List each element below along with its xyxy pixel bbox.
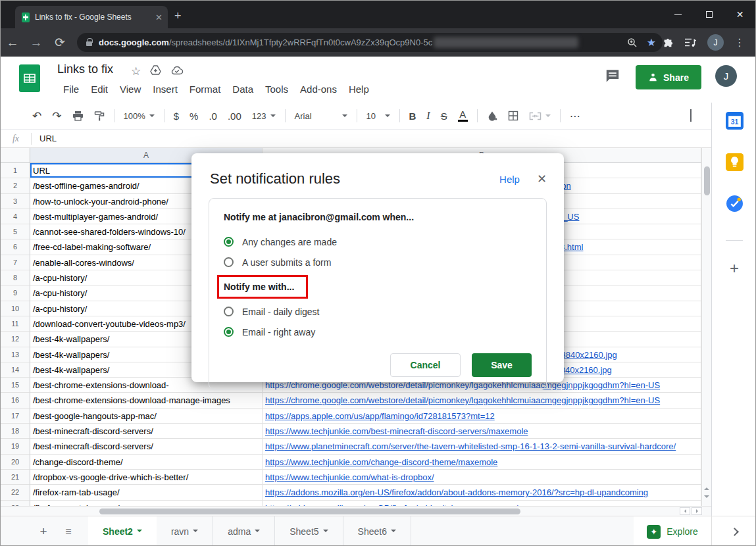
- share-button[interactable]: Share: [636, 65, 701, 89]
- cell-a[interactable]: /dropbox-vs-google-drive-which-is-better…: [30, 470, 263, 485]
- row-number[interactable]: 5: [1, 224, 30, 239]
- sheet-tab[interactable]: Sheet6: [343, 516, 411, 546]
- bookmark-star-icon[interactable]: ★: [647, 36, 656, 49]
- radio-unselected-icon[interactable]: [224, 307, 234, 316]
- horizontal-scrollbar[interactable]: [1, 506, 711, 516]
- more-formats-button[interactable]: 123: [247, 108, 281, 124]
- row-number[interactable]: 10: [1, 301, 30, 316]
- move-to-drive-icon[interactable]: [150, 65, 161, 78]
- help-link[interactable]: Help: [499, 174, 520, 185]
- font-size-select[interactable]: 10: [361, 108, 395, 124]
- cell-a[interactable]: /firefox-ram-tab-usage/: [30, 485, 263, 500]
- zoom-page-icon[interactable]: [627, 37, 638, 48]
- option-any-changes[interactable]: Any changes are made: [224, 232, 532, 252]
- maximize-button[interactable]: [693, 1, 724, 28]
- add-sheet-button[interactable]: +: [32, 516, 55, 546]
- row-number[interactable]: 7: [1, 255, 30, 270]
- row-number[interactable]: 11: [1, 316, 30, 332]
- cell-b[interactable]: https://www.techjunkie.com/change-discor…: [263, 455, 701, 470]
- font-select[interactable]: Arial: [290, 108, 353, 124]
- menu-item[interactable]: Format: [184, 84, 227, 95]
- all-sheets-button[interactable]: ≡: [57, 516, 80, 546]
- vertical-scrollbar[interactable]: [701, 148, 711, 507]
- table-row[interactable]: 21 /dropbox-vs-google-drive-which-is-bet…: [1, 470, 701, 485]
- scroll-up-icon[interactable]: [704, 485, 709, 490]
- menu-item[interactable]: Help: [343, 84, 375, 95]
- row-number[interactable]: 2: [1, 178, 30, 193]
- row-number[interactable]: 12: [1, 332, 30, 347]
- row-number[interactable]: 16: [1, 393, 30, 408]
- undo-icon[interactable]: ↶: [27, 108, 47, 124]
- menu-item[interactable]: File: [57, 84, 85, 95]
- format-currency-button[interactable]: $: [168, 108, 184, 124]
- text-color-button[interactable]: A: [453, 108, 473, 124]
- cell-a[interactable]: /change-discord-theme/: [30, 455, 263, 470]
- calendar-icon[interactable]: 31: [726, 112, 743, 130]
- row-number[interactable]: 17: [1, 409, 30, 424]
- menu-item[interactable]: Edit: [85, 84, 114, 95]
- sheets-logo-icon[interactable]: [19, 64, 40, 92]
- table-row[interactable]: 18 /best-minecraft-discord-servers/ http…: [1, 424, 701, 439]
- row-number[interactable]: 9: [1, 285, 30, 301]
- decrease-decimals-button[interactable]: .0: [203, 108, 222, 124]
- side-panel-collapse-button[interactable]: [711, 516, 756, 546]
- row-number[interactable]: 14: [1, 362, 30, 378]
- paint-format-icon[interactable]: [89, 108, 110, 124]
- close-dialog-icon[interactable]: ✕: [537, 172, 547, 186]
- formula-bar[interactable]: fx URL: [1, 129, 711, 148]
- media-controls-icon[interactable]: [684, 37, 697, 47]
- tab-close-icon[interactable]: ✕: [155, 12, 163, 22]
- cell-a[interactable]: /best-google-hangouts-app-mac/: [30, 409, 263, 424]
- menu-item[interactable]: Tools: [259, 84, 294, 95]
- account-avatar[interactable]: J: [715, 65, 737, 87]
- browser-menu-icon[interactable]: ⋮: [734, 36, 745, 49]
- sheet-tab[interactable]: Sheet5: [275, 516, 343, 546]
- menu-item[interactable]: View: [114, 84, 147, 95]
- sheet-tab[interactable]: ravn: [157, 516, 213, 546]
- option-right-away[interactable]: Email - right away: [224, 322, 532, 342]
- strikethrough-button[interactable]: S: [436, 108, 453, 124]
- row-number[interactable]: 20: [1, 455, 30, 470]
- row-number[interactable]: 22: [1, 485, 30, 500]
- sheet-tab-menu-icon[interactable]: [255, 530, 260, 535]
- add-addon-button[interactable]: +: [730, 259, 739, 278]
- row-number[interactable]: 21: [1, 470, 30, 485]
- menu-item[interactable]: Data: [226, 84, 259, 95]
- sheet-tab-menu-icon[interactable]: [193, 530, 198, 535]
- table-row[interactable]: 16 /best-chrome-extensions-download-mana…: [1, 393, 701, 408]
- table-row[interactable]: 17 /best-google-hangouts-app-mac/ https:…: [1, 409, 701, 424]
- row-number[interactable]: 6: [1, 239, 30, 255]
- merge-cells-button[interactable]: [524, 108, 556, 124]
- sheet-tab-menu-icon[interactable]: [391, 530, 396, 535]
- cell-b[interactable]: https://www.techjunkie.com/best-minecraf…: [263, 424, 701, 439]
- collapse-toolbar-button[interactable]: [690, 111, 692, 122]
- document-title[interactable]: Links to fix: [57, 62, 113, 76]
- tasks-icon[interactable]: [726, 195, 743, 212]
- cell-b[interactable]: https://www.techjunkie.com/what-is-dropb…: [263, 470, 701, 485]
- extensions-puzzle-icon[interactable]: [662, 37, 674, 49]
- scroll-left-button[interactable]: [680, 507, 690, 515]
- sheet-tab-menu-icon[interactable]: [137, 530, 142, 535]
- option-daily-digest[interactable]: Email - daily digest: [224, 301, 532, 322]
- cell-a[interactable]: /best-chrome-extensions-download-manage-…: [30, 393, 263, 408]
- keep-icon[interactable]: [726, 153, 743, 171]
- table-row[interactable]: 19 /best-minecraft-discord-servers/ http…: [1, 439, 701, 454]
- more-toolbar-icon[interactable]: ⋯: [565, 108, 586, 124]
- sheet-tab-menu-icon[interactable]: [323, 530, 328, 535]
- radio-unselected-icon[interactable]: [224, 257, 234, 267]
- scroll-right-button[interactable]: [692, 507, 702, 515]
- table-row[interactable]: 20 /change-discord-theme/ https://www.te…: [1, 455, 701, 470]
- cell-b[interactable]: https://addons.mozilla.org/en-US/firefox…: [263, 485, 701, 500]
- zoom-select[interactable]: 100%: [118, 108, 160, 124]
- row-number[interactable]: 18: [1, 424, 30, 439]
- horizontal-scrollbar-thumb[interactable]: [99, 509, 520, 514]
- vertical-scrollbar-thumb[interactable]: [704, 166, 710, 195]
- reload-button[interactable]: ⟳: [48, 35, 72, 50]
- row-number[interactable]: 3: [1, 194, 30, 209]
- scroll-down-icon[interactable]: [704, 495, 709, 501]
- minimize-button[interactable]: [663, 1, 693, 28]
- explore-button[interactable]: ✦ Explore: [634, 516, 711, 546]
- cell-a[interactable]: /best-minecraft-discord-servers/: [30, 424, 263, 439]
- row-number[interactable]: 4: [1, 209, 30, 224]
- radio-selected-icon[interactable]: [224, 237, 234, 247]
